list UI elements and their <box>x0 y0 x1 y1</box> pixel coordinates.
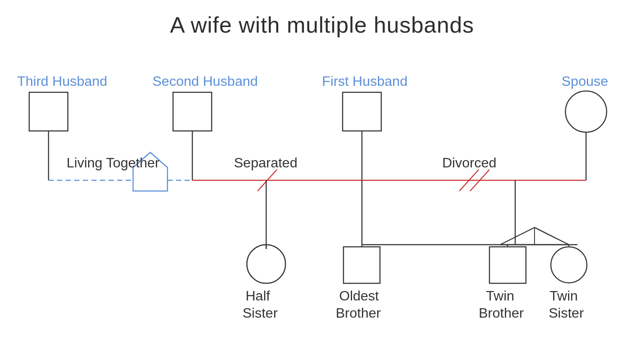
spouse-symbol <box>565 91 607 132</box>
twin-brother-symbol <box>489 247 526 283</box>
spouse-label: Spouse <box>562 73 608 89</box>
second-husband-label: Second Husband <box>152 73 258 89</box>
divorced-label: Divorced <box>442 155 496 170</box>
page: A wife with multiple husbands Third Husb… <box>0 0 644 361</box>
twin-sister-label2: Sister <box>549 305 584 321</box>
twin-sister-symbol <box>551 247 587 283</box>
oldest-brother-symbol <box>343 247 380 283</box>
half-sister-label: Half <box>246 288 270 303</box>
first-husband-label: First Husband <box>322 73 407 89</box>
twin-brother-label2: Brother <box>479 305 524 321</box>
twin-brother-label: Twin <box>486 288 514 303</box>
half-sister-symbol <box>247 245 286 283</box>
third-husband-symbol <box>29 92 68 131</box>
second-husband-symbol <box>173 92 212 131</box>
half-sister-label2: Sister <box>243 305 278 321</box>
living-together-label: Living Together <box>67 155 160 170</box>
diagram: Third Husband Second Husband First Husba… <box>0 0 644 361</box>
oldest-brother-label2: Brother <box>336 305 381 321</box>
twin-sister-label: Twin <box>550 288 578 303</box>
first-husband-symbol <box>343 92 381 131</box>
separated-label: Separated <box>234 155 298 170</box>
third-husband-label: Third Husband <box>17 73 107 89</box>
oldest-brother-label: Oldest <box>339 288 379 303</box>
